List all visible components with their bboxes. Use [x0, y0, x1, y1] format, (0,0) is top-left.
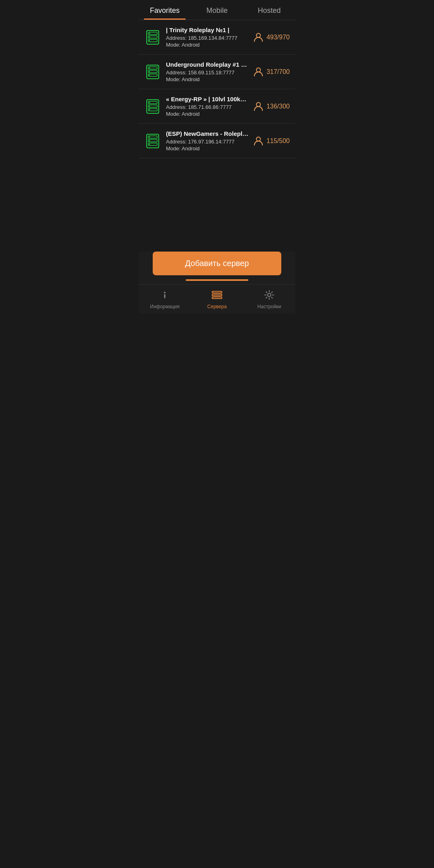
servers-icon	[211, 289, 223, 302]
player-count: 493/970	[266, 34, 290, 41]
server-info: (ESP) NewGamers - Roleplay 2 ® [PC/Andr.…	[166, 130, 249, 151]
nav-item-servers[interactable]: Сервера	[191, 288, 243, 311]
svg-point-23	[256, 102, 260, 106]
svg-point-7	[256, 33, 260, 37]
player-icon	[253, 66, 264, 78]
player-icon	[253, 32, 264, 43]
svg-point-15	[256, 68, 260, 72]
svg-point-12	[149, 71, 150, 72]
server-icon	[144, 29, 161, 46]
player-icon	[253, 101, 264, 112]
nav-label-servers: Сервера	[207, 304, 227, 309]
tab-bar: Favorites Mobile Hosted	[139, 0, 295, 20]
svg-point-18	[149, 102, 150, 103]
server-icon	[144, 98, 161, 115]
server-info: Underground Roleplay #1 Servidor PC/Andr…	[166, 61, 249, 82]
tab-hosted[interactable]: Hosted	[243, 0, 295, 20]
svg-point-2	[149, 33, 150, 34]
list-item[interactable]: Underground Roleplay #1 Servidor PC/Andr…	[139, 55, 295, 89]
svg-point-4	[149, 36, 150, 37]
tab-favorites[interactable]: Favorites	[139, 0, 191, 20]
nav-item-info[interactable]: Информация	[139, 288, 191, 311]
svg-point-37	[268, 293, 271, 297]
server-list: | Trinity Roleplay №1 | Address: 185.169…	[139, 20, 295, 252]
nav-label-settings: Настройки	[258, 304, 281, 309]
svg-point-32	[164, 292, 166, 293]
list-item[interactable]: (ESP) NewGamers - Roleplay 2 ® [PC/Andr.…	[139, 124, 295, 158]
server-name: Underground Roleplay #1 Servidor PC/Andr…	[166, 61, 249, 68]
svg-rect-33	[164, 294, 166, 298]
tab-mobile[interactable]: Mobile	[191, 0, 243, 20]
server-address: Address: 185.169.134.84:7777	[166, 35, 249, 41]
svg-point-31	[256, 137, 260, 141]
info-icon	[159, 289, 170, 302]
server-mode: Mode: Android	[166, 145, 249, 151]
bottom-nav: Информация Сервера Настройки	[139, 284, 295, 313]
list-item[interactable]: | Trinity Roleplay №1 | Address: 185.169…	[139, 20, 295, 55]
svg-rect-34	[212, 291, 222, 293]
server-name: « Energy-RP » | 10lvl 100kk 20k DM (Лиде…	[166, 96, 249, 102]
add-server-button[interactable]: Добавить сервер	[153, 252, 281, 275]
list-item[interactable]: « Energy-RP » | 10lvl 100kk 20k DM (Лиде…	[139, 89, 295, 124]
svg-point-28	[149, 140, 150, 141]
server-address: Address: 185.71.66.86:7777	[166, 104, 249, 110]
server-players: 136/300	[253, 101, 290, 112]
svg-point-10	[149, 67, 150, 68]
server-players: 115/500	[253, 135, 290, 147]
player-count: 136/300	[266, 103, 290, 110]
server-info: « Energy-RP » | 10lvl 100kk 20k DM (Лиде…	[166, 96, 249, 117]
nav-label-info: Информация	[150, 304, 179, 309]
svg-point-22	[149, 109, 150, 110]
bottom-section: Добавить сервер Информация Сервера	[139, 252, 295, 313]
server-mode: Mode: Android	[166, 76, 249, 82]
svg-rect-36	[212, 297, 222, 299]
svg-point-6	[149, 40, 150, 41]
server-address: Address: 176.97.196.14:7777	[166, 139, 249, 145]
player-count: 115/500	[266, 137, 290, 145]
player-icon	[253, 135, 264, 147]
server-players: 493/970	[253, 32, 290, 43]
nav-item-settings[interactable]: Настройки	[243, 288, 295, 311]
settings-icon	[264, 289, 275, 302]
server-mode: Mode: Android	[166, 111, 249, 117]
server-address: Address: 158.69.115.18:7777	[166, 70, 249, 76]
server-name: (ESP) NewGamers - Roleplay 2 ® [PC/Andr.…	[166, 130, 249, 137]
player-count: 317/700	[266, 68, 290, 76]
server-info: | Trinity Roleplay №1 | Address: 185.169…	[166, 27, 249, 48]
server-icon	[144, 133, 161, 149]
scroll-indicator	[186, 279, 248, 281]
server-icon	[144, 63, 161, 80]
svg-rect-35	[212, 294, 222, 296]
server-players: 317/700	[253, 66, 290, 78]
svg-point-14	[149, 74, 150, 76]
server-name: | Trinity Roleplay №1 |	[166, 27, 249, 33]
server-mode: Mode: Android	[166, 42, 249, 48]
svg-point-26	[149, 136, 150, 137]
svg-point-30	[149, 143, 150, 145]
svg-point-20	[149, 105, 150, 106]
